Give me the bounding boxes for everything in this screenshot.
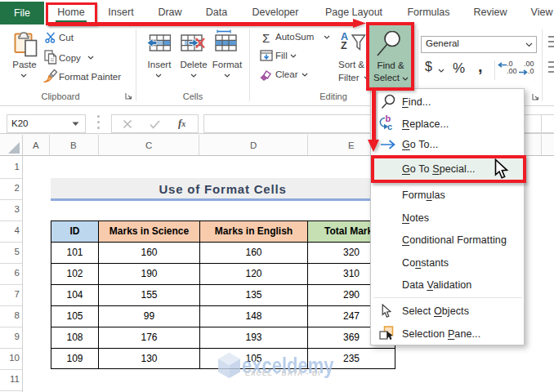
svg-text:c: c: [387, 122, 392, 131]
